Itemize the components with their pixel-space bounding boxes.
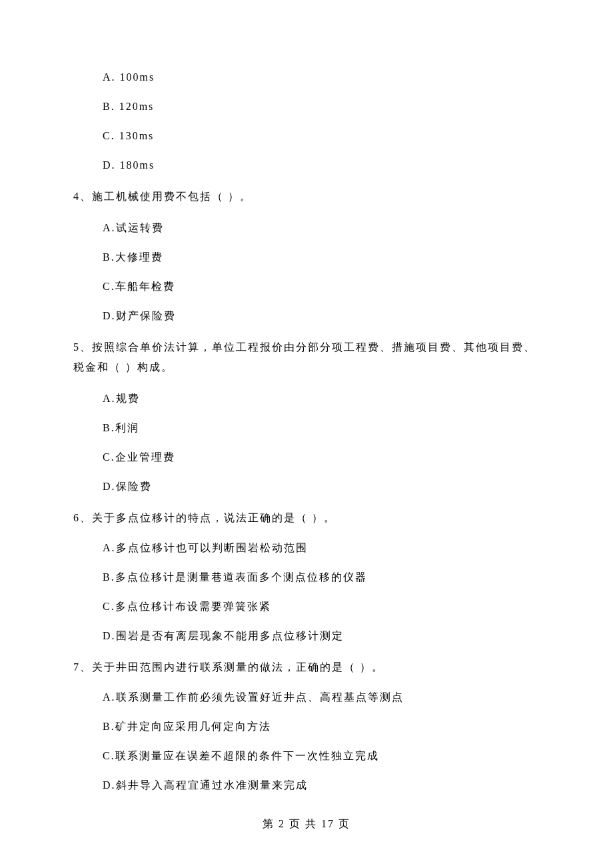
opt-c: C.车船年检费: [73, 281, 540, 292]
opt-a: A.联系测量工作前必须先设置好近井点、高程基点等测点: [73, 692, 540, 703]
opt-a: A. 100ms: [73, 72, 540, 83]
question-text: 施工机械使用费不包括（ ）。: [92, 191, 252, 202]
question-text: 按照综合单价法计算，单位工程报价由分部分项工程费、措施项目费、其他项目费、税金和…: [73, 341, 536, 373]
opt-b: B.利润: [73, 423, 540, 433]
page: A. 100ms B. 120ms C. 130ms D. 180ms 4、施工…: [0, 0, 613, 868]
opt-c: C.多点位移计布设需要弹簧张紧: [73, 601, 540, 612]
question-stem: 6、关于多点位移计的特点，说法正确的是（ ）。: [73, 508, 540, 528]
opt-a: A.多点位移计也可以判断围岩松动范围: [73, 543, 540, 553]
opt-c: C.联系测量应在误差不超限的条件下一次性独立完成: [73, 751, 540, 761]
question-text: 关于井田范围内进行联系测量的做法，正确的是（ ）。: [92, 661, 384, 673]
question-stem: 5、按照综合单价法计算，单位工程报价由分部分项工程费、措施项目费、其他项目费、税…: [73, 337, 540, 377]
opt-b: B.矿井定向应采用几何定向方法: [73, 721, 540, 732]
question-number: 4、: [73, 191, 92, 202]
question-number: 7、: [73, 661, 92, 673]
page-footer: 第 2 页 共 17 页: [0, 817, 613, 831]
opt-b: B.大修理费: [73, 252, 540, 263]
opt-a: A.规费: [73, 393, 540, 404]
opt-c: C. 130ms: [73, 131, 540, 141]
opt-d: D.财产保险费: [73, 311, 540, 321]
opt-b: B. 120ms: [73, 101, 540, 112]
question-stem: 4、施工机械使用费不包括（ ）。: [73, 187, 540, 207]
question-stem: 7、关于井田范围内进行联系测量的做法，正确的是（ ）。: [73, 657, 540, 677]
opt-d: D.斜井导入高程宜通过水准测量来完成: [73, 780, 540, 791]
question-number: 5、: [73, 341, 92, 353]
question-text: 关于多点位移计的特点，说法正确的是（ ）。: [92, 512, 336, 523]
opt-d: D. 180ms: [73, 160, 540, 171]
opt-b: B.多点位移计是测量巷道表面多个测点位移的仪器: [73, 572, 540, 583]
question-number: 6、: [73, 512, 92, 523]
opt-d: D.围岩是否有离层现象不能用多点位移计测定: [73, 631, 540, 641]
opt-c: C.企业管理费: [73, 452, 540, 463]
opt-a: A.试运转费: [73, 223, 540, 233]
opt-d: D.保险费: [73, 481, 540, 492]
